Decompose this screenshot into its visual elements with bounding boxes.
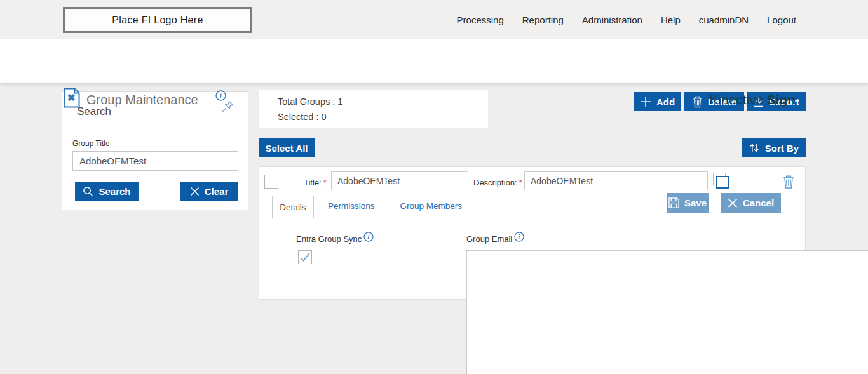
- copy-group-icon[interactable]: [712, 173, 729, 190]
- trash-icon: [782, 174, 795, 189]
- cancel-button[interactable]: Cancel: [721, 193, 781, 213]
- cancel-x-icon: [728, 198, 738, 208]
- title-input[interactable]: [331, 171, 468, 190]
- description-required-marker: *: [519, 178, 522, 187]
- svg-text:i: i: [519, 233, 520, 240]
- group-title-search-input[interactable]: [72, 151, 238, 171]
- select-all-button[interactable]: Select All: [259, 138, 315, 157]
- search-panel: Search Group Title Search Clear: [62, 91, 248, 210]
- brand-bold: Sign: [767, 92, 796, 107]
- groups-summary: Total Groups : 1 Selected : 0: [259, 90, 488, 128]
- search-button-label: Search: [98, 186, 130, 197]
- save-floppy-icon: [668, 197, 679, 208]
- selected-count: Selected : 0: [278, 112, 327, 122]
- nav-processing[interactable]: Processing: [457, 15, 504, 25]
- tab-details[interactable]: Details: [272, 196, 314, 218]
- search-panel-title: Search: [77, 105, 111, 118]
- search-button[interactable]: Search: [75, 182, 139, 201]
- entra-info-icon[interactable]: i: [363, 232, 374, 242]
- fi-logo-placeholder: Place FI Logo Here: [63, 7, 252, 33]
- nav-help[interactable]: Help: [661, 15, 681, 25]
- select-all-label: Select All: [266, 143, 308, 154]
- copy-icon-front-square: [716, 176, 729, 189]
- group-maintenance-page-icon: ✖: [64, 88, 80, 110]
- delete-group-row-icon[interactable]: [782, 174, 795, 192]
- clear-button[interactable]: Clear: [180, 182, 238, 201]
- save-button-label: Save: [684, 197, 707, 208]
- nav-user-cuadmindn[interactable]: cuadminDN: [699, 15, 749, 25]
- group-row-panel: Title:* Description:* Details Permission…: [259, 166, 806, 300]
- cancel-button-label: Cancel: [743, 197, 774, 208]
- group-email-info-icon[interactable]: i: [514, 232, 524, 242]
- sort-arrows-icon: [749, 142, 760, 154]
- svg-text:i: i: [220, 92, 222, 99]
- entra-group-sync-checkbox[interactable]: [298, 250, 312, 264]
- page-header: ✖ Group Maintenance i KinectiveSign: [0, 39, 868, 83]
- group-email-input[interactable]: [466, 250, 868, 374]
- title-required-marker: *: [323, 178, 327, 187]
- add-button-label: Add: [656, 97, 675, 107]
- sort-by-label: Sort By: [765, 143, 799, 154]
- entra-group-sync-label: Entra Group Sync i: [296, 234, 374, 244]
- nav-administration[interactable]: Administration: [582, 15, 642, 25]
- tab-permissions[interactable]: Permissions: [327, 196, 376, 217]
- plus-icon: [640, 96, 651, 107]
- svg-text:✖: ✖: [67, 92, 76, 103]
- description-input[interactable]: [524, 171, 708, 190]
- brand-logo: KinectiveSign: [709, 92, 796, 107]
- sort-by-button[interactable]: Sort By: [742, 138, 806, 157]
- group-title-label: Group Title: [72, 139, 110, 148]
- title-field-label: Title:*: [304, 178, 327, 187]
- clear-button-label: Clear: [205, 186, 229, 197]
- total-groups-count: Total Groups : 1: [278, 97, 342, 107]
- trash-icon: [692, 96, 703, 108]
- brand-regular: Kinective: [709, 92, 763, 107]
- group-detail-tabs: Details Permissions Group Members: [272, 196, 797, 217]
- clear-x-icon: [190, 187, 200, 196]
- page-title: Group Maintenance: [86, 93, 198, 107]
- checkmark-icon: [300, 253, 310, 262]
- tab-group-members[interactable]: Group Members: [399, 196, 464, 217]
- nav-logout[interactable]: Logout: [767, 15, 796, 25]
- group-row-checkbox[interactable]: [264, 175, 278, 189]
- save-button[interactable]: Save: [667, 193, 709, 213]
- svg-text:i: i: [368, 233, 370, 240]
- search-icon: [83, 186, 93, 197]
- description-field-label: Description:*: [473, 178, 522, 187]
- page-title-info-icon[interactable]: i: [215, 90, 226, 104]
- fi-logo-text: Place FI Logo Here: [112, 15, 203, 26]
- add-button[interactable]: Add: [634, 92, 681, 111]
- group-email-label: Group Email i: [466, 234, 524, 244]
- nav-reporting[interactable]: Reporting: [522, 15, 564, 25]
- top-bar: Place FI Logo Here Processing Reporting …: [0, 0, 868, 39]
- top-nav: Processing Reporting Administration Help…: [457, 0, 796, 39]
